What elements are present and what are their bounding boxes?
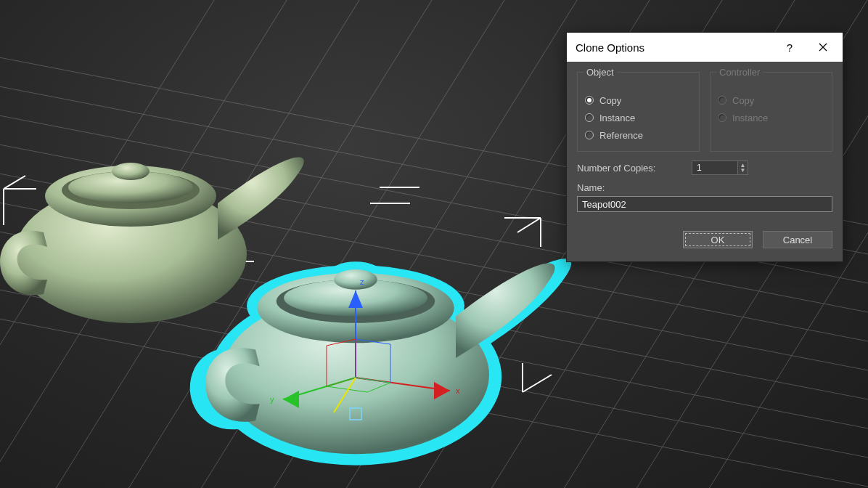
close-button[interactable] — [806, 33, 840, 62]
svg-point-4 — [112, 163, 150, 180]
object-group-legend: Object — [584, 67, 617, 78]
svg-text:y: y — [270, 395, 274, 404]
radio-icon — [585, 113, 594, 122]
object-group: Object Copy Instance Reference — [577, 72, 700, 152]
radio-icon — [585, 96, 594, 105]
teapot-selected — [190, 259, 571, 465]
copies-label: Number of Copies: — [577, 163, 692, 174]
help-button[interactable]: ? — [773, 33, 806, 62]
name-label: Name: — [577, 182, 832, 193]
controller-radio-instance: Instance — [718, 109, 824, 126]
name-input[interactable]: Teapot002 — [577, 196, 832, 212]
clone-options-dialog: Clone Options ? Object Copy Instance — [566, 32, 843, 262]
svg-text:x: x — [456, 386, 460, 395]
object-radio-reference[interactable]: Reference — [585, 126, 692, 144]
object-radio-copy[interactable]: Copy — [585, 92, 692, 109]
controller-radio-copy: Copy — [718, 92, 824, 109]
spinner-arrows-icon[interactable]: ▲▼ — [737, 161, 748, 174]
radio-icon — [718, 113, 726, 122]
dialog-title: Clone Options — [576, 41, 773, 54]
close-icon — [819, 43, 827, 52]
controller-group: Controller Copy Instance — [710, 72, 832, 152]
svg-text:z: z — [360, 277, 364, 286]
radio-icon — [718, 96, 726, 105]
cancel-button[interactable]: Cancel — [763, 231, 832, 248]
svg-point-12 — [334, 269, 377, 290]
ok-button[interactable]: OK — [683, 231, 753, 248]
copies-spinner[interactable]: 1 ▲▼ — [692, 160, 748, 175]
controller-group-legend: Controller — [716, 67, 763, 78]
dialog-titlebar[interactable]: Clone Options ? — [567, 33, 843, 62]
radio-icon — [585, 131, 594, 139]
object-radio-instance[interactable]: Instance — [585, 109, 692, 126]
copies-value: 1 — [692, 163, 737, 173]
